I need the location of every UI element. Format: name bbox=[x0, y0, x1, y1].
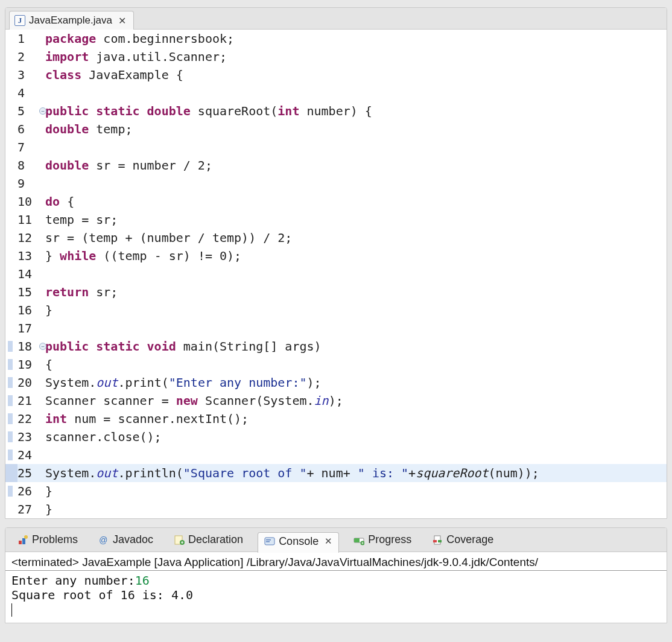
line-number[interactable]: 7 bbox=[17, 138, 45, 156]
editor-marker bbox=[5, 229, 17, 247]
code-line[interactable]: import java.util.Scanner; bbox=[45, 48, 667, 66]
code-line[interactable]: class JavaExample { bbox=[45, 66, 667, 84]
view-tab-coverage[interactable]: Coverage bbox=[426, 531, 499, 548]
code-line[interactable]: return sr; bbox=[45, 283, 667, 301]
line-number[interactable]: 8 bbox=[17, 156, 45, 174]
code-line[interactable]: package com.beginnersbook; bbox=[45, 30, 667, 48]
code-line[interactable]: } bbox=[45, 301, 667, 319]
code-line[interactable]: { bbox=[45, 355, 667, 373]
code-line[interactable]: int num = scanner.nextInt(); bbox=[45, 410, 667, 428]
line-number[interactable]: 1 bbox=[17, 30, 45, 48]
svg-rect-8 bbox=[266, 541, 270, 542]
code-line[interactable]: } bbox=[45, 500, 667, 518]
code-line[interactable]: sr = (temp + (number / temp)) / 2; bbox=[45, 229, 667, 247]
console-line: Square root of 16 is: 4.0 bbox=[11, 588, 661, 602]
close-icon[interactable]: ✕ bbox=[118, 15, 126, 27]
line-number[interactable]: 19 bbox=[17, 355, 45, 373]
editor-marker bbox=[5, 265, 17, 283]
line-number[interactable]: 9 bbox=[17, 174, 45, 192]
line-number[interactable]: 4 bbox=[17, 84, 45, 102]
svg-rect-0 bbox=[19, 541, 22, 544]
close-icon[interactable]: ✕ bbox=[325, 536, 332, 547]
code-line[interactable]: } while ((temp - sr) != 0); bbox=[45, 247, 667, 265]
line-number[interactable]: 16 bbox=[17, 301, 45, 319]
svg-rect-1 bbox=[22, 538, 25, 544]
code-line[interactable]: do { bbox=[45, 192, 667, 211]
line-number[interactable]: 26 bbox=[17, 482, 45, 500]
code-editor[interactable]: 1package com.beginnersbook;2import java.… bbox=[5, 30, 667, 518]
java-file-icon: J bbox=[14, 15, 25, 26]
code-line[interactable] bbox=[45, 84, 667, 102]
line-number[interactable]: 21 bbox=[17, 392, 45, 410]
code-line[interactable] bbox=[45, 174, 667, 192]
code-line[interactable]: public static void main(String[] args) bbox=[45, 337, 667, 355]
editor-marker bbox=[5, 120, 17, 138]
views-panel: Problems@JavadocDeclarationConsole✕Progr… bbox=[5, 527, 667, 623]
fold-toggle-icon[interactable]: − bbox=[39, 107, 46, 115]
view-tab-problems[interactable]: Problems bbox=[11, 531, 84, 548]
editor-tab-javaexample[interactable]: J JavaExample.java ✕ bbox=[9, 11, 134, 30]
editor-marker bbox=[5, 373, 17, 392]
code-line[interactable] bbox=[45, 265, 667, 283]
code-line[interactable]: double temp; bbox=[45, 120, 667, 138]
line-number[interactable]: 6 bbox=[17, 120, 45, 138]
line-number[interactable]: 3 bbox=[17, 66, 45, 84]
code-line[interactable]: System.out.print("Enter any number:"); bbox=[45, 373, 667, 392]
fold-toggle-icon[interactable]: − bbox=[39, 343, 46, 350]
code-line[interactable] bbox=[45, 319, 667, 337]
console-output[interactable]: Enter any number:16Square root of 16 is:… bbox=[5, 571, 667, 623]
view-tab-progress[interactable]: Progress bbox=[347, 531, 417, 548]
editor-marker bbox=[5, 464, 17, 482]
line-number[interactable]: 20 bbox=[17, 373, 45, 392]
line-number[interactable]: 10 bbox=[17, 192, 45, 211]
line-number[interactable]: 15 bbox=[17, 283, 45, 301]
code-line[interactable]: } bbox=[45, 482, 667, 500]
svg-text:@: @ bbox=[99, 535, 107, 545]
editor-marker bbox=[5, 66, 17, 84]
editor-tab-bar: J JavaExample.java ✕ bbox=[5, 8, 667, 30]
editor-marker bbox=[5, 84, 17, 102]
declaration-icon bbox=[174, 535, 185, 545]
line-number[interactable]: 17 bbox=[17, 319, 45, 337]
editor-marker bbox=[5, 283, 17, 301]
coverage-icon bbox=[432, 535, 443, 545]
svg-rect-10 bbox=[354, 538, 360, 542]
line-number[interactable]: 27 bbox=[17, 500, 45, 518]
view-tab-label: Problems bbox=[32, 533, 78, 546]
code-line[interactable]: Scanner scanner = new Scanner(System.in)… bbox=[45, 392, 667, 410]
code-line[interactable]: public static double squareRoot(int numb… bbox=[45, 102, 667, 120]
line-number[interactable]: 12 bbox=[17, 229, 45, 247]
editor-marker bbox=[5, 102, 17, 120]
editor-marker bbox=[5, 500, 17, 518]
view-tab-console[interactable]: Console✕ bbox=[258, 532, 339, 553]
editor-marker bbox=[5, 410, 17, 428]
editor-tab-label: JavaExample.java bbox=[29, 14, 112, 27]
code-line[interactable]: temp = sr; bbox=[45, 211, 667, 229]
view-tab-label: Javadoc bbox=[113, 533, 153, 546]
code-line[interactable]: double sr = number / 2; bbox=[45, 156, 667, 174]
code-line[interactable] bbox=[45, 446, 667, 464]
line-number[interactable]: 5− bbox=[17, 102, 45, 120]
javadoc-icon: @ bbox=[98, 535, 109, 545]
line-number[interactable]: 24 bbox=[17, 446, 45, 464]
line-number[interactable]: 11 bbox=[17, 211, 45, 229]
code-line[interactable]: System.out.println("Square root of "+ nu… bbox=[45, 464, 667, 482]
line-number[interactable]: 18− bbox=[17, 337, 45, 355]
code-line[interactable]: scanner.close(); bbox=[45, 428, 667, 446]
line-number[interactable]: 2 bbox=[17, 48, 45, 66]
view-tab-declaration[interactable]: Declaration bbox=[168, 531, 249, 548]
svg-rect-7 bbox=[266, 539, 271, 541]
editor-marker bbox=[5, 446, 17, 464]
line-number[interactable]: 22 bbox=[17, 410, 45, 428]
views-tab-bar: Problems@JavadocDeclarationConsole✕Progr… bbox=[5, 528, 667, 552]
svg-rect-14 bbox=[438, 540, 442, 542]
editor-marker bbox=[5, 211, 17, 229]
console-status: <terminated> JavaExample [Java Applicati… bbox=[5, 552, 667, 571]
code-line[interactable] bbox=[45, 138, 667, 156]
line-number[interactable]: 25 bbox=[17, 464, 45, 482]
line-number[interactable]: 23 bbox=[17, 428, 45, 446]
line-number[interactable]: 14 bbox=[17, 265, 45, 283]
editor-marker bbox=[5, 48, 17, 66]
line-number[interactable]: 13 bbox=[17, 247, 45, 265]
view-tab-javadoc[interactable]: @Javadoc bbox=[92, 531, 159, 548]
